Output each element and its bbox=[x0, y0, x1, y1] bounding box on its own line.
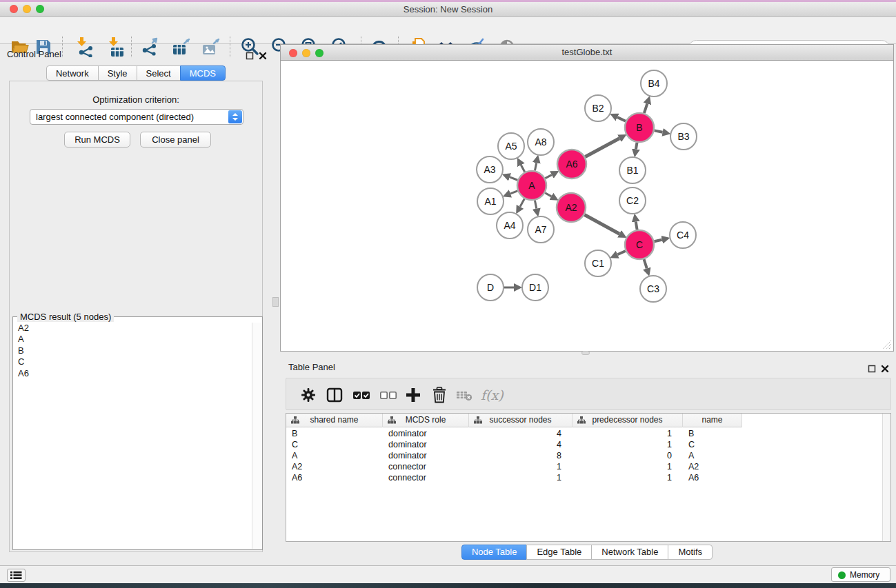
graph-node-label: B2 bbox=[592, 103, 604, 114]
table-cell: C bbox=[286, 439, 383, 450]
graph-node-label: A2 bbox=[565, 202, 577, 213]
tab-mcds[interactable]: MCDS bbox=[180, 65, 226, 81]
column-header-name[interactable]: name bbox=[683, 414, 742, 427]
optimization-criterion-dropdown[interactable]: largest connected component (directed) bbox=[30, 109, 243, 125]
table-cell: A6 bbox=[683, 472, 742, 483]
table-cell: dominator bbox=[383, 428, 469, 439]
float-table-panel-icon[interactable] bbox=[868, 363, 876, 372]
import-network-icon[interactable] bbox=[73, 37, 94, 57]
close-panel-button[interactable]: Close panel bbox=[140, 132, 211, 148]
graph-edge-A6-B[interactable] bbox=[585, 139, 619, 157]
toolbar-separator bbox=[230, 37, 230, 57]
table-row[interactable]: A6connector11A6 bbox=[286, 472, 755, 483]
graph-edge-A-A1[interactable] bbox=[510, 191, 518, 194]
tab-select[interactable]: Select bbox=[137, 65, 181, 81]
table-row[interactable]: Cdominator41C bbox=[286, 439, 755, 450]
mcds-result-scrollbar[interactable] bbox=[252, 323, 261, 549]
create-column-icon[interactable] bbox=[404, 385, 423, 405]
deselect-all-columns-icon[interactable] bbox=[379, 385, 398, 405]
graph-edge-A-A6[interactable] bbox=[545, 175, 551, 179]
toolbar-separator bbox=[62, 37, 63, 57]
run-mcds-button[interactable]: Run MCDS bbox=[64, 132, 130, 148]
graph-node-label: A4 bbox=[504, 220, 515, 231]
table-cell: 1 bbox=[469, 472, 573, 483]
tab-node-table[interactable]: Node Table bbox=[461, 545, 528, 560]
column-header-shared-name[interactable]: shared name bbox=[286, 414, 383, 427]
task-history-button[interactable] bbox=[7, 569, 26, 582]
tab-motifs[interactable]: Motifs bbox=[668, 545, 713, 560]
window-resize-grip[interactable] bbox=[882, 340, 892, 349]
mcds-result-item[interactable]: A6 bbox=[14, 368, 252, 379]
close-table-panel-icon[interactable] bbox=[881, 363, 889, 372]
table-row[interactable]: Adominator80A bbox=[286, 450, 755, 461]
graph-edge-A-A3[interactable] bbox=[510, 177, 517, 180]
delete-table-icon[interactable] bbox=[455, 385, 474, 405]
table-cell: 1 bbox=[573, 428, 683, 439]
graph-node-label: B bbox=[636, 122, 642, 133]
export-table-icon[interactable] bbox=[171, 37, 192, 57]
mcds-result-item[interactable]: B bbox=[14, 345, 252, 356]
graph-edge-B-B4[interactable] bbox=[644, 103, 647, 113]
column-header-MCDS-role[interactable]: MCDS role bbox=[383, 414, 469, 427]
column-type-icon bbox=[577, 416, 586, 425]
graph-edge-A-A7[interactable] bbox=[535, 201, 536, 209]
graph-edge-A-A4[interactable] bbox=[520, 199, 524, 207]
table-cell: B bbox=[286, 428, 383, 439]
export-image-icon[interactable] bbox=[201, 37, 221, 57]
function-builder-icon[interactable]: f(x) bbox=[481, 385, 511, 405]
panel-splitter-handle[interactable] bbox=[272, 297, 279, 307]
network-view-canvas[interactable]: B4B2BB3A8A5A6A3B1AC2A1A2A4A7C4CC1C3DD1 bbox=[280, 61, 894, 352]
select-all-columns-icon[interactable] bbox=[352, 385, 371, 405]
node-table-scrollbar[interactable] bbox=[882, 414, 890, 541]
graph-edge-B-B3[interactable] bbox=[655, 130, 663, 132]
minimize-window-button[interactable] bbox=[23, 5, 31, 13]
mcds-result-item[interactable]: A bbox=[14, 334, 252, 345]
mcds-result-item[interactable]: C bbox=[14, 356, 252, 367]
graph-edge-A-A2[interactable] bbox=[545, 193, 551, 196]
table-mode-gear-icon[interactable] bbox=[299, 385, 318, 405]
graph-edge-A-A5[interactable] bbox=[521, 165, 524, 172]
table-cell: 4 bbox=[469, 439, 573, 450]
close-panel-icon[interactable] bbox=[259, 50, 267, 59]
graph-edge-B-B2[interactable] bbox=[617, 117, 626, 121]
graph-edge-C-C1[interactable] bbox=[617, 251, 626, 254]
graph-edge-A-A8[interactable] bbox=[535, 163, 536, 170]
import-table-icon[interactable] bbox=[105, 37, 126, 57]
graph-node-label: C1 bbox=[592, 258, 604, 269]
graph-node-label: A5 bbox=[505, 141, 517, 152]
delete-column-icon[interactable] bbox=[430, 385, 449, 405]
zoom-window-button[interactable] bbox=[36, 5, 44, 13]
app-titlebar: Session: New Session bbox=[0, 2, 896, 17]
table-row[interactable]: Bdominator41B bbox=[286, 428, 755, 439]
float-panel-icon[interactable] bbox=[246, 50, 254, 59]
network-minimize-button[interactable] bbox=[302, 49, 310, 57]
graph-edge-B-B1[interactable] bbox=[636, 143, 637, 150]
tab-style[interactable]: Style bbox=[98, 65, 137, 81]
close-window-button[interactable] bbox=[10, 5, 18, 13]
tab-edge-table[interactable]: Edge Table bbox=[526, 545, 592, 560]
table-row[interactable]: A2connector11A2 bbox=[286, 461, 755, 472]
toolbar-separator bbox=[131, 37, 132, 57]
graph-edge-C-C2[interactable] bbox=[636, 222, 637, 230]
node-table-header: shared nameMCDS rolesuccessor nodesprede… bbox=[286, 414, 742, 427]
network-zoom-button[interactable] bbox=[315, 49, 323, 57]
table-cell: A2 bbox=[286, 461, 383, 472]
tab-network[interactable]: Network bbox=[46, 65, 99, 81]
memory-button[interactable]: Memory bbox=[831, 567, 890, 582]
table-cell: B bbox=[683, 428, 742, 439]
column-header-predecessor-nodes[interactable]: predecessor nodes bbox=[573, 414, 683, 427]
graph-edge-A2-C[interactable] bbox=[584, 215, 619, 234]
horizontal-divider-handle[interactable] bbox=[581, 351, 590, 355]
network-close-button[interactable] bbox=[289, 49, 297, 57]
format-columns-icon[interactable] bbox=[325, 385, 344, 405]
graph-edge-C-C3[interactable] bbox=[644, 259, 647, 268]
tab-network-table[interactable]: Network Table bbox=[591, 545, 668, 560]
export-network-icon[interactable] bbox=[141, 37, 162, 57]
mcds-result-title: MCDS result (5 nodes) bbox=[17, 312, 114, 322]
column-header-successor-nodes[interactable]: successor nodes bbox=[469, 414, 573, 427]
table-cell: 8 bbox=[469, 450, 573, 461]
desktop-background bbox=[0, 583, 896, 588]
column-type-icon bbox=[474, 416, 482, 425]
graph-edge-C-C4[interactable] bbox=[654, 240, 661, 242]
mcds-result-item[interactable]: A2 bbox=[14, 323, 252, 334]
